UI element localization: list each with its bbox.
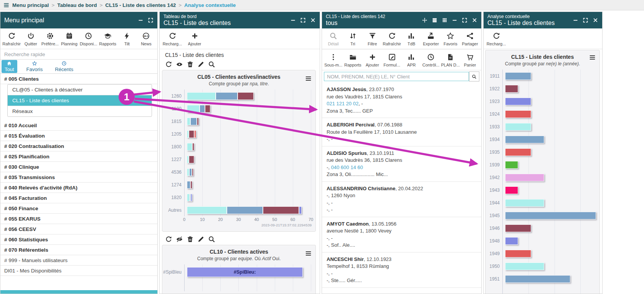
tab-tout[interactable]: Tout [2, 60, 17, 73]
toolbar-button-tri[interactable]: Tri [343, 31, 363, 47]
menu-item-050-finance[interactable]: # 050 Finance [0, 203, 157, 214]
chart-menu-icon[interactable] [305, 75, 312, 82]
chart-row-1949: 1949 [485, 247, 599, 260]
menu-item-070-r-f-rentiels[interactable]: # 070 Référentiels [0, 245, 157, 255]
menu-item-055-ekarus[interactable]: # 055 EKARUS [0, 214, 157, 224]
maximize-icon[interactable] [300, 17, 306, 23]
toolbar-button-quitter[interactable]: Quitter [21, 31, 40, 47]
refresh-icon[interactable] [165, 236, 172, 243]
breadcrumb-item-menu-principal[interactable]: Menu principal [12, 2, 49, 8]
minus-icon[interactable] [573, 17, 578, 23]
toolbar-button-filtre[interactable]: Filtre [363, 31, 382, 47]
trash-icon[interactable] [187, 236, 194, 243]
menu-item-060-statistiques[interactable]: # 060 Statistiques [0, 234, 157, 245]
refresh-icon[interactable] [165, 61, 172, 68]
client-search-button[interactable] [469, 71, 479, 81]
bar-segment-cyan [187, 194, 190, 201]
toolbar-button-contr-l[interactable]: Contrôl... [421, 52, 441, 68]
menu-item-040-relev-s-d-activit-rda[interactable]: # 040 Relevés d'activité (RdA) [0, 183, 157, 193]
menu-item-056-ceesv[interactable]: # 056 CEESV [0, 224, 157, 234]
toolbar-button-sous-m[interactable]: Sous-m... [324, 52, 343, 68]
chart-menu-icon[interactable] [589, 54, 596, 61]
eye-slash-icon[interactable] [176, 236, 183, 243]
chart-bar [505, 98, 531, 105]
breadcrumb-item-cl15-liste-des-clientes-142[interactable]: CL15 - Liste des clientes 142 [105, 2, 176, 8]
minus-icon[interactable] [138, 17, 144, 23]
toolbar-button-d-tail[interactable]: Détail [324, 31, 343, 47]
maximize-icon[interactable] [583, 17, 588, 23]
toolbar-button-tilt[interactable]: Tilt [117, 31, 137, 47]
tab-favoris[interactable]: Favoris [23, 60, 46, 73]
rows-icon[interactable] [432, 17, 438, 23]
client-phone-link[interactable]: 040 600 14 60 [331, 164, 363, 170]
breadcrumb-item-tableau-de-bord[interactable]: Tableau de bord [57, 2, 97, 8]
toolbar-button-news[interactable]: News [137, 31, 156, 47]
menu-item-010-accueil[interactable]: # 010 Accueil [0, 120, 157, 131]
minus-icon[interactable] [452, 17, 457, 23]
toolbar-button-apr[interactable]: APR [402, 52, 421, 68]
client-phone-link[interactable]: 021 121 20 02 [327, 101, 358, 106]
toolbar-button-plan-d[interactable]: PLAN D... [441, 52, 460, 68]
toolbar-button-panier[interactable]: Panier [460, 52, 480, 68]
client-row-aldisio-spurius[interactable]: ALDISIO Spurius, 23.10.1911rue des Vaudr… [322, 146, 481, 182]
toolbar-button-recharg[interactable]: Recharg... [161, 31, 183, 47]
menu-item-cl-05-clientes-d-sactiver[interactable]: CL@05 - Clientes à désactiver [8, 85, 152, 95]
menu-item-035-transmissions[interactable]: # 035 Transmissions [0, 172, 157, 183]
grid-icon[interactable] [442, 17, 447, 23]
toolbar-button-pr-f-re[interactable]: Préfére... [40, 31, 59, 47]
toolbar-button-tdb[interactable]: TdB [402, 31, 421, 47]
minus-icon[interactable] [290, 17, 296, 23]
close-icon[interactable] [310, 17, 316, 23]
menu-item-partially-visible[interactable] [0, 290, 157, 294]
chart-menu-icon[interactable] [305, 250, 312, 257]
menu-item-cl15-liste-des-clientes[interactable]: CL15 - Liste des clientes [8, 95, 152, 106]
dashboard-sub-label: CL15 - Liste des clientes [160, 49, 320, 59]
x-tick-label: 10 [200, 217, 205, 222]
maximize-icon[interactable] [148, 17, 154, 23]
toolbar-button-rafra-chir[interactable]: Rafraîchir [2, 31, 21, 47]
toolbar-button-recharg[interactable]: Recharg... [485, 31, 507, 47]
menu-item-045-facturation[interactable]: # 045 Facturation [0, 193, 157, 203]
trash-icon[interactable] [187, 61, 194, 68]
pencil-icon[interactable] [197, 236, 205, 243]
menu-item-di01-mes-disponibilit-s[interactable]: DI01 - Mes Disponibilités [0, 266, 157, 276]
menu-item-r-seaux[interactable]: Réseaux [8, 106, 152, 116]
search-icon[interactable] [208, 61, 215, 68]
toolbar-button-formul[interactable]: Formul... [382, 52, 402, 68]
toolbar-button-rapports[interactable]: Rapports [98, 31, 117, 47]
toolbar-button-planning[interactable]: Planning [59, 31, 79, 47]
maximize-icon[interactable] [462, 17, 467, 23]
client-row-amyot-caedmon[interactable]: AMYOT Caedmon, 13.05.1956avenue Nestlé 1… [322, 217, 481, 252]
toolbar-button-favoris[interactable]: Favoris [441, 31, 460, 47]
pencil-icon[interactable] [197, 61, 205, 68]
close-icon[interactable] [472, 17, 477, 23]
chart-row-label: 1800 [162, 144, 184, 149]
toolbar-button-disponi[interactable]: Disponi... [79, 31, 98, 47]
menu-icon[interactable] [3, 2, 10, 8]
toolbar-button-exporter[interactable]: Exporter [421, 31, 441, 47]
client-search-input[interactable] [324, 72, 469, 81]
chart-bar [505, 110, 531, 118]
client-row-ajasson-jes-s[interactable]: AJASSON Jesús, 23.07.1970rue des Vaudrès… [322, 83, 481, 118]
breadcrumb-item-analyse-contextuelle[interactable]: Analyse contextuelle [184, 2, 236, 8]
toolbar-button-ajouter[interactable]: Ajouter [363, 52, 382, 68]
menu-item-020-contractualisation[interactable]: # 020 Contractualisation [0, 141, 157, 151]
menu-item-030-clinique[interactable]: # 030 Clinique [0, 162, 157, 172]
client-row-alberighi-percival[interactable]: ALBERIGHI Percival, 07.06.1988Route de l… [322, 118, 481, 146]
toolbar-button-rapports[interactable]: Rapports [343, 52, 363, 68]
eye-icon[interactable] [176, 61, 183, 68]
client-row-anceschi-shir[interactable]: ANCESCHI Shir, 12.10.1923Tempelhof 1, 81… [322, 252, 481, 288]
client-row-alessandrino-christianne[interactable]: ALESSANDRINO Christianne, 20.04.2022-, 1… [322, 182, 481, 217]
close-icon[interactable] [593, 17, 598, 23]
menu-item-025-planification[interactable]: # 025 Planification [0, 151, 157, 162]
search-icon[interactable] [208, 236, 215, 243]
toolbar-button-ajouter[interactable]: Ajouter [183, 31, 206, 47]
menu-item-999-manuels-utilisateurs[interactable]: # 999 - Manuels utilisateurs [0, 255, 157, 266]
tab-r-cents[interactable]: Récents [52, 60, 76, 73]
move-icon[interactable] [422, 17, 428, 23]
toolbar-button-partager[interactable]: Partager [460, 31, 480, 47]
quick-search-input[interactable] [0, 49, 157, 60]
menu-section-005-clientes[interactable]: # 005 Clientes [0, 74, 157, 84]
menu-item-015-valuation[interactable]: # 015 Évaluation [0, 131, 157, 141]
toolbar-button-rafra-chir[interactable]: Rafraîchir [382, 31, 402, 47]
